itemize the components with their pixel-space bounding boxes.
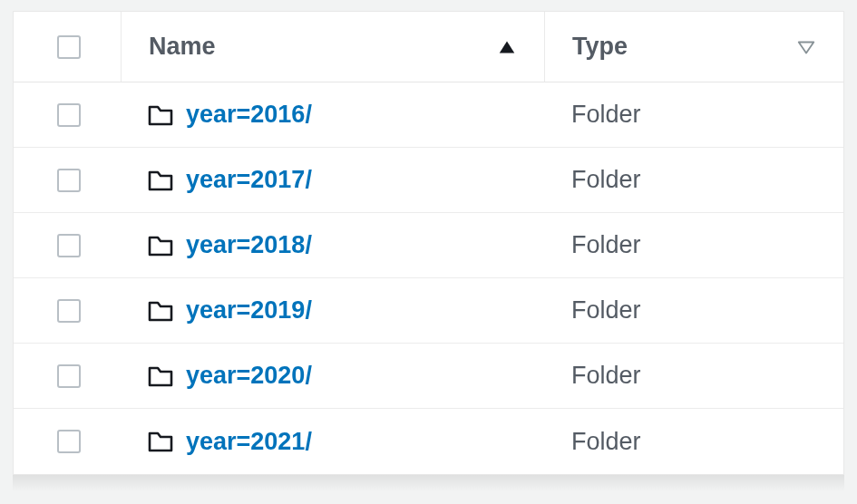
row-checkbox-cell	[14, 430, 121, 453]
row-checkbox[interactable]	[57, 103, 81, 127]
folder-icon	[148, 430, 173, 453]
header-name-label: Name	[149, 33, 216, 61]
row-name-cell: year=2017/	[121, 166, 544, 194]
header-type-cell[interactable]: Type	[544, 12, 843, 82]
row-type-text: Folder	[571, 296, 641, 325]
row-name-cell: year=2018/	[121, 231, 544, 259]
select-all-checkbox[interactable]	[57, 35, 81, 59]
row-name-cell: year=2016/	[121, 101, 544, 129]
folder-link[interactable]: year=2021/	[186, 428, 312, 456]
header-checkbox-cell	[14, 12, 121, 82]
row-checkbox[interactable]	[57, 430, 81, 453]
svg-marker-0	[500, 41, 515, 53]
row-type-text: Folder	[571, 362, 641, 390]
table-row: year=2021/ Folder	[14, 409, 843, 474]
row-checkbox-cell	[14, 299, 121, 323]
row-checkbox[interactable]	[57, 364, 81, 388]
folder-icon	[148, 103, 173, 127]
row-checkbox[interactable]	[57, 299, 81, 323]
row-type-cell: Folder	[544, 101, 843, 129]
row-type-cell: Folder	[544, 362, 843, 390]
folder-icon	[148, 299, 173, 323]
svg-marker-1	[799, 42, 814, 53]
file-listing-table: Name Type year=2016/ Folder	[13, 11, 844, 475]
table-row: year=2020/ Folder	[14, 344, 843, 409]
row-type-cell: Folder	[544, 296, 843, 325]
row-name-cell: year=2019/	[121, 296, 544, 325]
sort-ascending-icon	[497, 37, 517, 57]
row-type-text: Folder	[571, 231, 641, 259]
table-row: year=2017/ Folder	[14, 148, 843, 213]
folder-link[interactable]: year=2016/	[186, 101, 312, 129]
row-type-text: Folder	[571, 166, 641, 194]
folder-icon	[148, 234, 173, 257]
sort-filter-icon	[796, 37, 816, 57]
folder-icon	[148, 169, 173, 192]
row-checkbox-cell	[14, 364, 121, 388]
row-type-cell: Folder	[544, 231, 843, 259]
folder-link[interactable]: year=2019/	[186, 296, 312, 325]
table-row: year=2018/ Folder	[14, 213, 843, 278]
row-name-cell: year=2021/	[121, 428, 544, 456]
table-row: year=2019/ Folder	[14, 278, 843, 344]
row-checkbox-cell	[14, 103, 121, 127]
row-checkbox[interactable]	[57, 234, 81, 257]
row-type-cell: Folder	[544, 166, 843, 194]
row-type-text: Folder	[571, 428, 641, 456]
row-checkbox-cell	[14, 169, 121, 192]
folder-link[interactable]: year=2020/	[186, 362, 312, 390]
header-name-cell[interactable]: Name	[121, 12, 544, 82]
row-type-text: Folder	[571, 101, 641, 129]
header-type-label: Type	[572, 33, 628, 61]
panel-shadow	[13, 475, 844, 491]
table-header-row: Name Type	[14, 12, 843, 82]
folder-link[interactable]: year=2017/	[186, 166, 312, 194]
folder-icon	[148, 364, 173, 388]
folder-link[interactable]: year=2018/	[186, 231, 312, 259]
row-checkbox[interactable]	[57, 169, 81, 192]
table-row: year=2016/ Folder	[14, 82, 843, 148]
row-type-cell: Folder	[544, 428, 843, 456]
row-checkbox-cell	[14, 234, 121, 257]
row-name-cell: year=2020/	[121, 362, 544, 390]
